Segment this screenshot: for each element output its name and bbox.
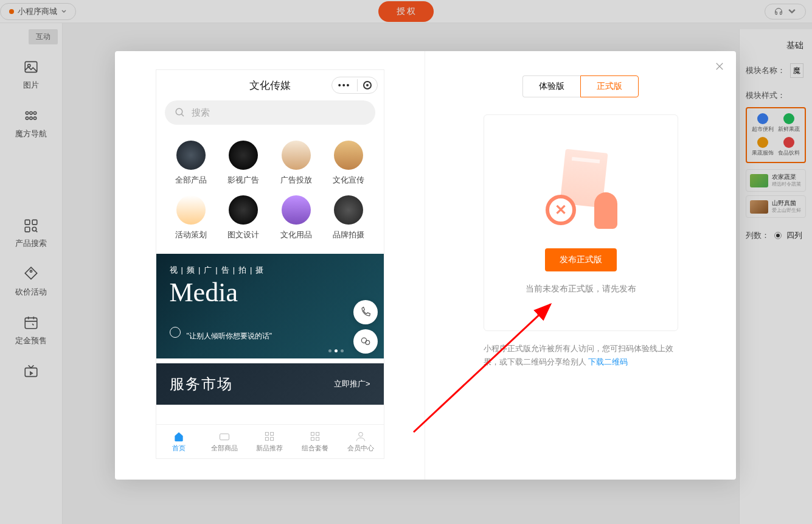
package-icon [309, 430, 321, 442]
search-wrap: 搜索 [156, 100, 384, 132]
banner-tag: 视|频|广|告|拍|摄 [170, 265, 370, 276]
empty-illustration [526, 151, 636, 236]
tab-new[interactable]: 新品推荐 [247, 425, 293, 458]
category-icon [334, 195, 363, 225]
category-item[interactable]: 图文设计 [217, 195, 270, 240]
phone-icon [359, 306, 372, 318]
svg-rect-26 [316, 438, 319, 441]
modal-close-button[interactable] [714, 61, 725, 74]
tab-release[interactable]: 正式版 [580, 75, 639, 97]
phone-preview-pane: 文化传媒 ••• 搜索 全部产品 影视广告 广告投放 文化宣传 活动策划 图文设… [115, 51, 425, 480]
banner-subtitle: "让别人倾听你想要说的话" [187, 331, 272, 341]
publish-release-button[interactable]: 发布正式版 [545, 248, 617, 271]
more-dots-icon[interactable]: ••• [332, 77, 357, 93]
category-item[interactable]: 文化宣传 [322, 141, 375, 186]
category-item[interactable]: 全部产品 [165, 141, 218, 186]
category-item[interactable]: 活动策划 [165, 195, 218, 240]
svg-rect-25 [311, 438, 314, 441]
category-item[interactable]: 广告投放 [270, 141, 323, 186]
version-tabs: 体验版 正式版 [522, 75, 639, 97]
close-target-icon[interactable] [357, 79, 377, 91]
float-phone-button[interactable] [353, 300, 378, 324]
category-icon [229, 141, 258, 170]
category-icon [334, 141, 363, 170]
svg-rect-19 [266, 432, 269, 435]
category-icon [229, 195, 258, 225]
svg-rect-23 [311, 432, 314, 435]
phone-title-bar: 文化传媒 ••• [156, 70, 384, 100]
banner[interactable]: 视|频|广|告|拍|摄 Media "让别人倾听你想要说的话" [156, 254, 384, 358]
phone-title: 文化传媒 [249, 79, 291, 93]
svg-point-15 [176, 108, 182, 115]
tab-combo[interactable]: 组合套餐 [293, 425, 338, 458]
category-icon [176, 141, 206, 170]
category-grid: 全部产品 影视广告 广告投放 文化宣传 活动策划 图文设计 文化用品 品牌拍摄 [156, 132, 384, 249]
tab-all[interactable]: 全部商品 [201, 425, 247, 458]
search-placeholder: 搜索 [192, 107, 210, 119]
category-icon [282, 195, 311, 225]
user-icon [355, 430, 367, 442]
phone-frame: 文化传媒 ••• 搜索 全部产品 影视广告 广告投放 文化宣传 活动策划 图文设… [156, 69, 384, 459]
category-item[interactable]: 影视广告 [217, 141, 270, 186]
tab-member[interactable]: 会员中心 [338, 425, 384, 458]
tab-home[interactable]: 首页 [156, 425, 202, 458]
publish-box: 发布正式版 当前未发布正式版，请先发布 [484, 114, 678, 331]
category-item[interactable]: 文化用品 [270, 195, 323, 240]
banner-title: Media [170, 277, 370, 308]
grid-icon [263, 430, 276, 442]
svg-rect-22 [271, 438, 274, 441]
download-qr-link[interactable]: 下载二维码 [588, 357, 628, 366]
carousel-indicator [328, 349, 344, 352]
publish-modal: 文化传媒 ••• 搜索 全部产品 影视广告 广告投放 文化宣传 活动策划 图文设… [115, 51, 736, 480]
publish-status-text: 当前未发布正式版，请先发布 [526, 284, 636, 295]
close-icon [714, 61, 725, 72]
home-icon [173, 430, 185, 442]
svg-rect-21 [266, 438, 269, 441]
publish-pane: 体验版 正式版 发布正式版 当前未发布正式版，请先发布 小程序正式版允许被所有人… [425, 51, 736, 480]
tab-trial[interactable]: 体验版 [522, 75, 580, 97]
svg-point-17 [366, 340, 370, 344]
publish-description: 小程序正式版允许被所有人访问，您可扫码体验线上效果，或下载二维码分享给别人 下载… [484, 342, 678, 369]
film-icon [170, 327, 181, 338]
wechat-icon [359, 335, 372, 348]
service-title: 服务市场 [170, 374, 233, 394]
svg-point-27 [359, 432, 363, 436]
service-bar[interactable]: 服务市场 立即推广> [156, 363, 384, 405]
svg-rect-24 [316, 432, 319, 435]
search-icon [175, 107, 186, 118]
category-icon [176, 195, 206, 225]
float-wechat-button[interactable] [353, 329, 378, 354]
svg-rect-20 [271, 432, 274, 435]
mini-program-capsule[interactable]: ••• [331, 77, 378, 94]
svg-rect-18 [220, 434, 229, 440]
category-icon [282, 141, 311, 170]
search-input[interactable]: 搜索 [165, 100, 375, 125]
service-more-link[interactable]: 立即推广> [334, 379, 370, 390]
tabbar: 首页 全部商品 新品推荐 组合套餐 会员中心 [156, 424, 384, 458]
wallet-icon [218, 430, 231, 442]
category-item[interactable]: 品牌拍摄 [322, 195, 375, 240]
